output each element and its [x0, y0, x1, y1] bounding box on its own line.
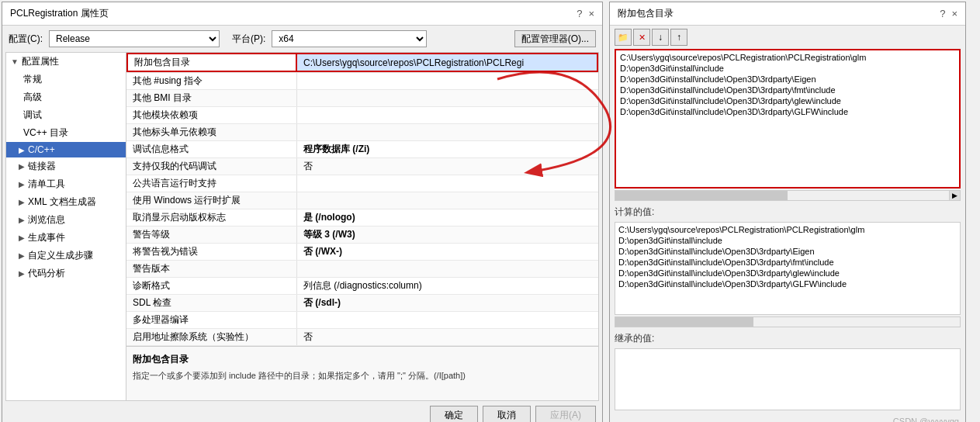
prop-name-cell: 其他 BMI 目录	[126, 90, 297, 106]
list-item[interactable]: C:\Users\ygq\source\repos\PCLRegistratio…	[618, 52, 957, 63]
sidebar-item-browse[interactable]: ▶ 浏览信息	[6, 211, 126, 229]
config-select[interactable]: Release	[49, 30, 220, 47]
prop-name-cell: 使用 Windows 运行时扩展	[126, 192, 297, 209]
list-item[interactable]: D:\open3dGit\install\include\Open3D\3rdp…	[618, 95, 957, 106]
inherit-value-area	[615, 348, 961, 410]
prop-name-cell: 其他 #using 指令	[126, 73, 297, 89]
prop-name-cell: 诊断格式	[126, 278, 297, 294]
ok-button[interactable]: 确定	[430, 406, 478, 422]
table-row[interactable]: 取消显示启动版权标志 是 (/nologo)	[126, 209, 598, 227]
sidebar-label: 生成事件	[28, 231, 65, 244]
prop-name-cell: 启用地址擦除系统（实验性）	[126, 329, 297, 345]
prop-value-cell	[297, 312, 598, 328]
cancel-button[interactable]: 取消	[483, 406, 531, 422]
right-dialog-title: 附加包含目录 ? ×	[610, 2, 965, 26]
move-up-button[interactable]: ↑	[670, 29, 687, 46]
sidebar-item-advanced[interactable]: 高级	[6, 88, 126, 106]
right-close-button[interactable]: ×	[951, 8, 957, 19]
left-close-button[interactable]: ×	[588, 8, 594, 19]
prop-name-cell: 其他模块依赖项	[126, 107, 297, 123]
prop-value-cell	[297, 175, 598, 192]
table-row[interactable]: SDL 检查 否 (/sdl-)	[126, 295, 598, 312]
expand-arrow-icon: ▶	[19, 233, 25, 242]
list-item[interactable]: D:\open3dGit\install\include	[618, 63, 957, 74]
table-row[interactable]: 将警告视为错误 否 (/WX-)	[126, 244, 598, 261]
table-row[interactable]: 警告版本	[126, 261, 598, 278]
right-title-buttons: ? ×	[940, 8, 957, 19]
sidebar-item-xml-gen[interactable]: ▶ XML 文档生成器	[6, 193, 126, 211]
prop-value-cell	[297, 261, 598, 277]
prop-name-cell: 其他标头单元依赖项	[126, 124, 297, 140]
calc-label: 计算的值:	[610, 202, 965, 222]
sidebar-item-vc-dirs[interactable]: VC++ 目录	[6, 124, 126, 142]
platform-label: 平台(P):	[232, 33, 265, 46]
sidebar-item-build-events[interactable]: ▶ 生成事件	[6, 229, 126, 247]
h-scrollbar[interactable]: ▶	[615, 190, 961, 201]
table-row[interactable]: 其他 BMI 目录	[126, 90, 598, 107]
sidebar-item-code-analysis[interactable]: ▶ 代码分析	[6, 265, 126, 282]
prop-value-cell	[297, 73, 598, 89]
sidebar-item-config-props[interactable]: ▼ 配置属性	[6, 53, 126, 71]
prop-value-cell: 否	[297, 329, 598, 345]
table-row[interactable]: 其他标头单元依赖项	[126, 124, 598, 141]
table-row[interactable]: 其他 #using 指令	[126, 73, 598, 90]
prop-value-cell: 否 (/WX-)	[297, 244, 598, 260]
apply-button[interactable]: 应用(A)	[535, 406, 596, 422]
move-down-button[interactable]: ↓	[652, 29, 669, 46]
right-help-button[interactable]: ?	[940, 8, 945, 19]
prop-name-cell: 支持仅我的代码调试	[126, 158, 297, 175]
sidebar-label: 代码分析	[28, 267, 65, 280]
expand-arrow-icon: ▶	[19, 269, 25, 278]
add-folder-button[interactable]: 📁	[615, 29, 632, 46]
prop-name-cell: SDL 检查	[126, 295, 297, 311]
calc-value-item: C:\Users\ygq\source\repos\PCLRegistratio…	[617, 224, 958, 235]
prop-value-cell: 否	[297, 158, 598, 175]
properties-panel: 附加包含目录 C:\Users\ygq\source\repos\PCLRegi…	[126, 53, 598, 400]
prop-value-cell: 否 (/sdl-)	[297, 295, 598, 311]
list-item[interactable]: D:\open3dGit\install\include\Open3D\3rdp…	[618, 74, 957, 85]
sidebar-item-custom-build[interactable]: ▶ 自定义生成步骤	[6, 247, 126, 265]
table-row[interactable]: 多处理器编译	[126, 312, 598, 329]
delete-button[interactable]: ✕	[633, 29, 650, 46]
sidebar-label: 调试	[23, 109, 42, 122]
table-row[interactable]: 启用地址擦除系统（实验性） 否	[126, 329, 598, 346]
platform-select[interactable]: x64	[272, 30, 427, 47]
watermark: CSDN @yyyyygq	[610, 413, 965, 422]
main-content: ▼ 配置属性 常规 高级 调试 VC++ 目录 ▶ C/C++ ▶ 链接器	[5, 52, 599, 401]
table-row[interactable]: 诊断格式 列信息 (/diagnostics:column)	[126, 278, 598, 295]
table-row[interactable]: 支持仅我的代码调试 否	[126, 158, 598, 175]
prop-description: 附加包含目录 指定一个或多个要添加到 include 路径中的目录；如果指定多个…	[126, 346, 598, 400]
table-row[interactable]: 其他模块依赖项	[126, 107, 598, 124]
prop-name-cell: 公共语言运行时支持	[126, 175, 297, 192]
sidebar-item-cpp[interactable]: ▶ C/C++	[6, 142, 126, 157]
table-row[interactable]: 附加包含目录 C:\Users\ygq\source\repos\PCLRegi…	[126, 53, 598, 73]
sidebar-item-linker[interactable]: ▶ 链接器	[6, 157, 126, 175]
sidebar-item-general[interactable]: 常规	[6, 71, 126, 88]
table-row[interactable]: 调试信息格式 程序数据库 (/Zi)	[126, 141, 598, 158]
left-help-button[interactable]: ?	[577, 8, 582, 19]
sidebar-item-debug[interactable]: 调试	[6, 106, 126, 124]
config-bar: 配置(C): Release 平台(P): x64 配置管理器(O)...	[2, 26, 602, 52]
list-item[interactable]: D:\open3dGit\install\include\Open3D\3rdp…	[618, 85, 957, 95]
table-row[interactable]: 使用 Windows 运行时扩展	[126, 192, 598, 209]
expand-arrow-icon: ▶	[19, 216, 25, 224]
calc-value-item: D:\open3dGit\install\include	[617, 235, 958, 246]
right-title-text: 附加包含目录	[618, 7, 674, 20]
sidebar-item-manifest[interactable]: ▶ 清单工具	[6, 175, 126, 193]
sidebar-label: VC++ 目录	[23, 126, 68, 140]
calc-value-item: D:\open3dGit\install\include\Open3D\3rdp…	[617, 278, 958, 289]
left-dialog: PCLRegistration 属性页 ? × 配置(C): Release 平…	[2, 2, 603, 422]
calc-value-item: D:\open3dGit\install\include\Open3D\3rdp…	[617, 268, 958, 278]
prop-name-cell: 取消显示启动版权标志	[126, 209, 297, 226]
table-row[interactable]: 公共语言运行时支持	[126, 175, 598, 192]
prop-name-cell: 将警告视为错误	[126, 244, 297, 260]
table-row[interactable]: 警告等级 等级 3 (/W3)	[126, 227, 598, 244]
config-mgr-button[interactable]: 配置管理器(O)...	[514, 30, 596, 47]
list-item[interactable]: D:\open3dGit\install\include\Open3D\3rdp…	[618, 106, 957, 117]
calc-h-scrollbar[interactable]	[615, 316, 961, 327]
expand-arrow-icon: ▼	[11, 57, 19, 66]
sidebar-label: 自定义生成步骤	[28, 249, 93, 262]
config-label: 配置(C):	[9, 33, 43, 46]
sidebar-label: C/C++	[28, 144, 55, 155]
prop-value-cell: 是 (/nologo)	[297, 209, 598, 226]
